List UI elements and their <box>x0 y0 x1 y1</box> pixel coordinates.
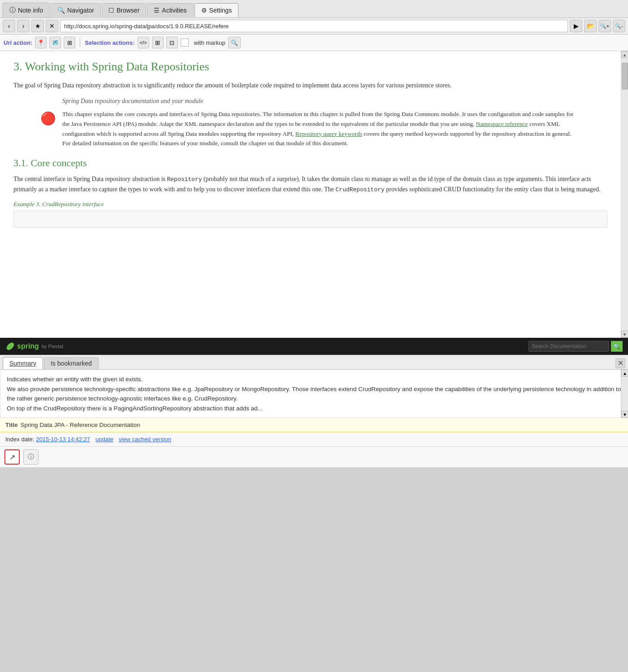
pin2-button[interactable]: 🗺️ <box>49 37 61 48</box>
zoom-in-button[interactable]: 🔍+ <box>598 20 611 32</box>
browser-icon: ☐ <box>108 7 114 14</box>
code-snippet-button[interactable]: </> <box>138 37 149 48</box>
selection-actions-label: Selection actions: <box>85 39 134 46</box>
tab-navigator[interactable]: 🔍 Navigator <box>51 3 101 17</box>
scroll-down-arrow[interactable]: ▼ <box>621 331 628 338</box>
callout-title: Spring Data repository documentation and… <box>62 98 580 105</box>
core-text-before: The central interface in Spring Data rep… <box>13 176 165 182</box>
tab-navigator-label: Navigator <box>67 7 94 14</box>
bottom-tab-bar: Summary Is bookmarked ✕ <box>0 355 628 370</box>
namespace-reference-link[interactable]: Namespace reference <box>476 121 528 127</box>
settings-gear-icon: ⚙ <box>201 7 207 14</box>
open-external-button[interactable]: ↗ <box>4 449 20 465</box>
summary-scroll-down[interactable]: ▼ <box>621 411 628 418</box>
scrollbar-thumb[interactable] <box>622 63 628 90</box>
tab-browser[interactable]: ☐ Browser <box>102 3 146 17</box>
url-input[interactable] <box>60 20 568 32</box>
main-scrollbar[interactable]: ▲ ▼ <box>621 51 628 338</box>
add-selection-icon: ⊞ <box>155 39 160 46</box>
play-button[interactable]: ▶ <box>570 20 582 32</box>
example-label: Example 3. CrudRepository interface <box>13 201 607 208</box>
tab-bar: ⓘ Note info 🔍 Navigator ☐ Browser ☰ Acti… <box>0 0 628 18</box>
navigator-search-icon: 🔍 <box>57 7 65 14</box>
scroll-up-arrow[interactable]: ▲ <box>621 51 628 58</box>
repository-code: Repository <box>167 176 202 183</box>
spring-search-input[interactable] <box>528 341 609 352</box>
bottom-panel-close-button[interactable]: ✕ <box>615 358 625 368</box>
view-cached-link[interactable]: view cached version <box>119 436 171 443</box>
spring-leaf-icon <box>5 341 15 351</box>
summary-content: Indicates whether an entity with the giv… <box>0 370 628 418</box>
main-heading: 3. Working with Spring Data Repositories <box>13 60 607 73</box>
spring-footer-bar: spring by Pivotal. 🔍 <box>0 338 628 355</box>
spring-search-button[interactable]: 🔍 <box>611 341 623 352</box>
nav-bar: ‹ › ★ ✕ ▶ 📂 🔍+ 🔍- <box>0 18 628 34</box>
open-external-icon: ↗ <box>9 453 15 461</box>
forward-button[interactable]: › <box>17 20 30 32</box>
warning-icon: 🔴 <box>40 111 56 148</box>
close-tab-button[interactable]: ✕ <box>46 20 58 32</box>
pin-button[interactable]: 📍 <box>35 37 47 48</box>
tab-settings-label: Settings <box>209 7 232 14</box>
back-button[interactable]: ‹ <box>3 20 15 32</box>
tab-note-info[interactable]: ⓘ Note info <box>3 3 50 17</box>
update-link[interactable]: update <box>95 436 113 443</box>
back-icon: ‹ <box>8 22 10 30</box>
search-markup-button[interactable]: 🔍 <box>228 37 241 48</box>
title-row: Title Spring Data JPA - Reference Docume… <box>0 418 628 432</box>
tab-is-bookmarked[interactable]: Is bookmarked <box>44 357 99 369</box>
bottom-actions: ↗ ⓘ <box>0 446 628 467</box>
index-date-link[interactable]: 2015-10-13 14:42:27 <box>36 436 90 443</box>
info-button[interactable]: ⓘ <box>23 449 39 465</box>
spring-name: spring <box>17 342 39 350</box>
is-bookmarked-tab-label: Is bookmarked <box>51 360 92 367</box>
zoom-out-button[interactable]: 🔍- <box>613 20 625 32</box>
spring-pivotal-text: by Pivotal. <box>42 344 65 349</box>
copy-selection-button[interactable]: ⊡ <box>166 37 178 48</box>
core-concepts-paragraph: The central interface in Spring Data rep… <box>13 174 607 195</box>
zoom-out-icon: 🔍- <box>615 23 623 29</box>
zoom-in-icon: 🔍+ <box>600 23 609 29</box>
bookmark-button[interactable]: ★ <box>31 20 44 32</box>
repo-query-keywords-link[interactable]: Repository query keywords <box>295 130 362 137</box>
svg-point-0 <box>5 341 15 351</box>
content-pane: 3. Working with Spring Data Repositories… <box>0 51 621 338</box>
action-bar: Url action: 📍 🗺️ ⊞ Selection actions: </… <box>0 34 628 51</box>
callout-text: This chapter explains the core concepts … <box>62 109 580 148</box>
tab-settings[interactable]: ⚙ Settings <box>195 3 239 17</box>
index-date-label: Index date: <box>5 436 34 443</box>
url-action-label: Url action: <box>4 39 32 46</box>
scrollbar-track[interactable] <box>622 58 628 331</box>
tab-activities-label: Activities <box>162 7 186 14</box>
main-content-area: 3. Working with Spring Data Repositories… <box>0 51 628 338</box>
code-block-preview <box>13 211 607 228</box>
open-folder-button[interactable]: 📂 <box>584 20 597 32</box>
tab-browser-label: Browser <box>117 7 139 14</box>
with-markup-checkbox[interactable] <box>181 39 189 47</box>
copy-icon: ⊡ <box>169 39 174 46</box>
search-markup-icon: 🔍 <box>231 39 238 46</box>
tab-note-info-label: Note info <box>18 7 43 14</box>
summary-text: Indicates whether an entity with the giv… <box>7 376 621 412</box>
forward-icon: › <box>22 22 25 30</box>
add-url-icon: ⊞ <box>67 39 72 46</box>
with-markup-label: with markup <box>194 39 225 46</box>
tab-activities[interactable]: ☰ Activities <box>147 3 193 17</box>
callout-content: Spring Data repository documentation and… <box>62 98 580 148</box>
activities-icon: ☰ <box>154 7 160 14</box>
add-url-button[interactable]: ⊞ <box>64 37 75 48</box>
tab-summary[interactable]: Summary <box>3 357 43 369</box>
open-folder-icon: 📂 <box>587 22 594 30</box>
core-text-end: provides sophisticated CRUD functionalit… <box>386 186 600 193</box>
code-icon: </> <box>140 40 147 45</box>
summary-scroll-up[interactable]: ▲ <box>621 370 628 377</box>
summary-scroll-track[interactable] <box>621 377 628 411</box>
sub-heading-core-concepts: 3.1. Core concepts <box>13 157 607 169</box>
index-date-row: Index date: 2015-10-13 14:42:27 update v… <box>0 432 628 446</box>
summary-scrollbar[interactable]: ▲ ▼ <box>621 370 628 418</box>
separator1 <box>80 38 80 47</box>
note-info-icon: ⓘ <box>9 6 16 14</box>
spring-logo-container: spring by Pivotal. <box>5 341 65 351</box>
add-selection-button[interactable]: ⊞ <box>152 37 164 48</box>
bottom-panel: Summary Is bookmarked ✕ Indicates whethe… <box>0 355 628 467</box>
